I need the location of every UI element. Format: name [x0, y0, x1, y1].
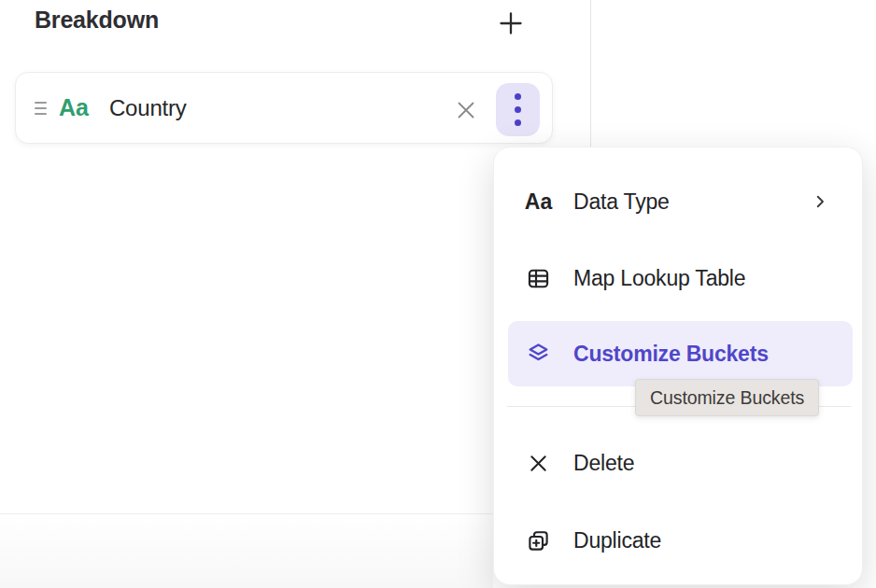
menu-item-map-lookup-table[interactable]: Map Lookup Table [494, 252, 862, 304]
field-options-menu: Aa Data Type Map Lookup Table Customize … [493, 147, 863, 585]
close-icon [455, 99, 477, 121]
field-options-button[interactable] [496, 83, 540, 136]
field-label: Country [109, 95, 187, 121]
copy-plus-icon [526, 528, 551, 553]
plus-icon [497, 9, 525, 37]
kebab-menu-icon [515, 93, 521, 126]
aa-text-icon: Aa [526, 189, 551, 215]
menu-item-delete[interactable]: Delete [494, 437, 862, 489]
add-breakdown-button[interactable] [495, 7, 527, 39]
remove-field-button[interactable] [453, 97, 479, 123]
menu-item-label: Map Lookup Table [573, 266, 745, 291]
x-icon [526, 453, 551, 474]
menu-item-label: Delete [573, 451, 634, 476]
pane-divider [590, 0, 591, 147]
footer-shadow [0, 514, 493, 588]
menu-item-label: Data Type [573, 189, 670, 215]
page-title: Breakdown [35, 7, 159, 34]
table-icon [526, 266, 551, 291]
menu-item-label: Customize Buckets [573, 342, 769, 367]
field-type-badge: Aa [59, 94, 89, 121]
layers-icon [526, 341, 551, 367]
menu-item-label: Duplicate [573, 528, 661, 553]
chevron-right-icon [812, 193, 828, 210]
drag-handle-icon[interactable] [35, 102, 48, 115]
menu-item-duplicate[interactable]: Duplicate [494, 514, 862, 567]
menu-item-customize-buckets[interactable]: Customize Buckets [508, 321, 853, 386]
menu-item-data-type[interactable]: Aa Data Type [494, 175, 862, 228]
tooltip: Customize Buckets [635, 379, 819, 416]
